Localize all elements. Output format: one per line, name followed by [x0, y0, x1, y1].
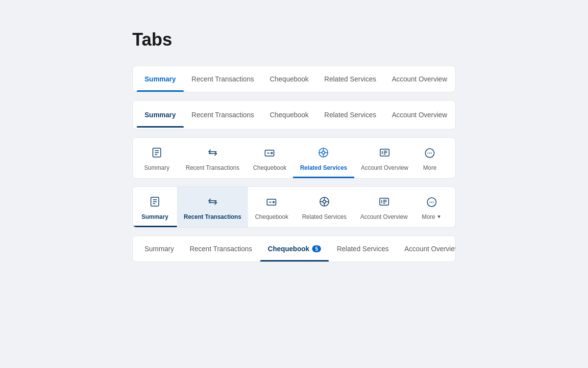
tab-card-v5: Summary Recent Transactions Chequebook 5… — [132, 236, 456, 262]
chequebook-badge: 5 — [312, 245, 321, 252]
tab-nav-v2: Summary Recent Transactions Chequebook R… — [133, 101, 455, 129]
svg-point-23 — [431, 153, 432, 154]
cheque-icon-v4 — [266, 196, 277, 210]
more-icon-v4 — [426, 196, 438, 210]
recent-icon-v4 — [207, 196, 219, 210]
tab-card-v3: Summary Recent Transactions — [132, 137, 456, 179]
tab-related-v2[interactable]: Related Services — [317, 102, 384, 128]
account-icon-v3 — [379, 147, 391, 160]
chevron-down-icon-v4: ▼ — [437, 214, 441, 219]
svg-point-45 — [429, 202, 430, 203]
tab-recent-v2[interactable]: Recent Transactions — [184, 102, 262, 128]
summary-icon-v4 — [149, 196, 161, 210]
tab-related-v1[interactable]: Related Services — [317, 66, 384, 92]
tab-more-v1[interactable]: More ▼ — [455, 66, 456, 92]
page-title: Tabs — [132, 29, 456, 50]
tab-card-v2: Summary Recent Transactions Chequebook R… — [132, 100, 456, 130]
related-icon-v4 — [318, 196, 330, 210]
tab-summary-v3[interactable]: Summary — [135, 138, 179, 178]
related-icon-v3 — [318, 147, 329, 160]
tab-overflow-v2[interactable]: ⋯ — [455, 101, 456, 129]
tab-cheque-v5[interactable]: Chequebook 5 — [260, 236, 329, 262]
tab-summary-v5[interactable]: Summary — [137, 236, 182, 262]
tab-nav-v3: Summary Recent Transactions — [133, 138, 455, 178]
more-icon-v3 — [424, 147, 436, 160]
svg-point-21 — [428, 153, 429, 154]
svg-point-10 — [322, 151, 325, 154]
tab-related-v5[interactable]: Related Services — [329, 236, 396, 262]
account-icon-v4 — [378, 196, 390, 210]
page-container: Tabs Summary Recent Transactions Chequeb… — [122, 29, 466, 262]
tab-recent-v3[interactable]: Recent Transactions — [179, 138, 246, 178]
tab-recent-v1[interactable]: Recent Transactions — [184, 66, 262, 92]
tab-cheque-v4[interactable]: Chequebook — [248, 187, 295, 227]
svg-point-47 — [433, 202, 434, 203]
tab-cheque-v2[interactable]: Chequebook — [262, 102, 316, 128]
svg-point-8 — [271, 153, 272, 154]
tab-cheque-v3[interactable]: Chequebook — [246, 138, 293, 178]
tab-related-v4[interactable]: Related Services — [295, 187, 353, 227]
tab-nav-v4: Summary Recent Transactions — [133, 187, 455, 227]
tab-card-v4: Summary Recent Transactions — [132, 186, 456, 228]
tab-summary-v4[interactable]: Summary — [133, 187, 177, 227]
tab-nav-v5: Summary Recent Transactions Chequebook 5… — [133, 236, 455, 262]
tab-account-v3[interactable]: Account Overview — [354, 138, 416, 178]
svg-point-22 — [429, 153, 430, 154]
tab-account-v1[interactable]: Account Overview — [384, 66, 455, 92]
tab-related-v3[interactable]: Related Services — [293, 138, 354, 178]
tab-more-v4[interactable]: More ▼ — [415, 187, 449, 227]
svg-point-32 — [273, 202, 274, 203]
tab-recent-v5[interactable]: Recent Transactions — [182, 236, 260, 262]
tab-summary-v2[interactable]: Summary — [137, 102, 184, 128]
tab-cheque-v1[interactable]: Chequebook — [262, 66, 316, 92]
svg-point-34 — [323, 200, 326, 203]
tab-more-v3[interactable]: More — [415, 138, 444, 178]
tab-account-v2[interactable]: Account Overview — [384, 102, 455, 128]
tab-account-v5[interactable]: Account Overview — [396, 236, 456, 262]
summary-icon-v3 — [151, 147, 163, 160]
tab-card-v1: Summary Recent Transactions Chequebook R… — [132, 66, 456, 92]
recent-icon-v3 — [207, 147, 219, 160]
tab-summary-v1[interactable]: Summary — [137, 66, 184, 92]
tab-nav-v1: Summary Recent Transactions Chequebook R… — [133, 66, 455, 92]
svg-point-46 — [431, 202, 432, 203]
tab-account-v4[interactable]: Account Overview — [353, 187, 415, 227]
cheque-icon-v3 — [264, 147, 275, 160]
tab-recent-v4[interactable]: Recent Transactions — [177, 187, 248, 227]
